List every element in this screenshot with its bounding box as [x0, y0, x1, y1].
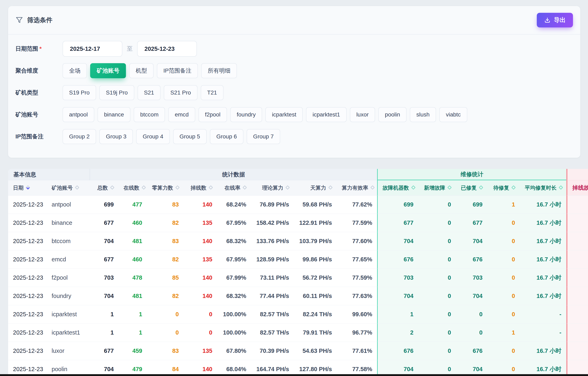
cell-5: 82	[147, 250, 184, 269]
cell-11: 704	[377, 232, 418, 250]
cell-offline	[566, 305, 588, 323]
filter-panel: 筛选条件 导出 日期范围* 至 聚合维度 全场矿池账号机型IP范围备注所有明细	[8, 6, 580, 158]
filter-chip-icparktest1[interactable]: icparktest1	[306, 107, 346, 122]
filter-row-miner_type: 矿机类型 S19 ProS19j ProS21S21 ProT21	[15, 82, 573, 104]
filter-chip-foundry[interactable]: foundry	[230, 107, 262, 122]
cell-9: 127.80 PH/s	[294, 360, 337, 376]
filter-chip-全场[interactable]: 全场	[63, 63, 87, 78]
cell-10: 77.60%	[337, 232, 377, 250]
cell-12: 0	[418, 269, 456, 287]
column-header-15[interactable]: 平均修复时长	[520, 180, 566, 195]
filter-chip-s19-pro[interactable]: S19 Pro	[63, 85, 96, 100]
column-header-label: 在线数	[124, 184, 139, 192]
cell-14: 0	[487, 305, 520, 323]
cell-5: 84	[147, 360, 184, 376]
filter-chip-s21-pro[interactable]: S21 Pro	[164, 85, 197, 100]
cell-15: 16.7 小时	[520, 214, 566, 232]
cell-offline	[566, 195, 588, 214]
column-header-5[interactable]: 零算力数	[147, 180, 184, 195]
table-row: 2025-12-23icparktest1100100.00%82.57 TH/…	[8, 305, 588, 323]
filter-chip-group-5[interactable]: Group 5	[173, 129, 207, 144]
filter-chip-luxor[interactable]: luxor	[350, 107, 375, 122]
cell-14: 0	[487, 342, 520, 360]
start-date-input[interactable]	[63, 41, 122, 57]
filter-chip-f2pool[interactable]: f2pool	[199, 107, 227, 122]
filter-chip-group-3[interactable]: Group 3	[99, 129, 133, 144]
column-header-10[interactable]: 算力有效率	[337, 180, 377, 195]
cell-15: 16.7 小时	[520, 287, 566, 305]
export-button[interactable]: 导出	[537, 13, 573, 27]
cell-9: 99.86 PH/s	[294, 250, 337, 269]
filter-chip-矿池账号[interactable]: 矿池账号	[90, 63, 126, 78]
column-header-4[interactable]: 在线数	[119, 180, 147, 195]
column-header-7[interactable]: 在线率	[217, 180, 251, 195]
filter-panel-title: 筛选条件	[27, 16, 52, 24]
cell-3: 677	[90, 250, 119, 269]
table-group-header-row: 基本信息 统计数据 维修统计	[8, 169, 588, 180]
sort-icon	[328, 185, 333, 189]
cell-11: 703	[377, 269, 418, 287]
column-header-14[interactable]: 待修复	[487, 180, 520, 195]
cell-10: 77.58%	[337, 360, 377, 376]
cell-12: 0	[418, 232, 456, 250]
cell-13: 704	[456, 287, 487, 305]
filter-chip-rows: 聚合维度 全场矿池账号机型IP范围备注所有明细 矿机类型 S19 ProS19j…	[15, 60, 573, 148]
export-button-label: 导出	[554, 16, 566, 24]
filter-chip-emcd[interactable]: emcd	[168, 107, 195, 122]
filter-chip-poolin[interactable]: poolin	[378, 107, 407, 122]
cell-10: 77.63%	[337, 287, 377, 305]
column-header-9[interactable]: 天算力	[294, 180, 337, 195]
cell-11: 677	[377, 214, 418, 232]
filter-chip-icparktest[interactable]: icparktest	[265, 107, 303, 122]
filter-chip-机型[interactable]: 机型	[129, 63, 154, 78]
column-header-11[interactable]: 故障机器数	[377, 180, 418, 195]
filter-chip-antpool[interactable]: antpool	[63, 107, 94, 122]
filter-chip-t21[interactable]: T21	[201, 85, 223, 100]
column-header-2[interactable]: 矿池账号	[47, 180, 90, 195]
cell-14: 0	[487, 232, 520, 250]
cell-1: 2025-12-23	[8, 342, 47, 360]
cell-6: 140	[184, 360, 217, 376]
filter-chip-btccom[interactable]: btccom	[134, 107, 165, 122]
table-body: 2025-12-23antpool6994778314068.24%76.89 …	[8, 195, 588, 376]
filter-chip-group-2[interactable]: Group 2	[63, 129, 96, 144]
cell-8: 70.39 PH/s	[251, 342, 294, 360]
filter-chip-group-6[interactable]: Group 6	[210, 129, 243, 144]
column-header-1[interactable]: 日期	[8, 180, 47, 195]
sort-icon	[75, 185, 79, 189]
cell-13: 0	[456, 305, 487, 323]
filter-chip-所有明细[interactable]: 所有明细	[201, 63, 237, 78]
filter-chip-group-7[interactable]: Group 7	[247, 129, 280, 144]
column-header-label: 掉线故障	[572, 184, 588, 192]
filter-chip-s21[interactable]: S21	[137, 85, 161, 100]
cell-1: 2025-12-23	[8, 305, 47, 323]
cell-10: 77.65%	[337, 250, 377, 269]
column-header-13[interactable]: 已修复	[456, 180, 487, 195]
cell-7: 67.95%	[217, 214, 251, 232]
filter-chip-binance[interactable]: binance	[97, 107, 130, 122]
cell-9: 54.63 PH/s	[294, 342, 337, 360]
cell-6: 140	[184, 287, 217, 305]
column-header-8[interactable]: 理论算力	[251, 180, 294, 195]
cell-3: 704	[90, 360, 119, 376]
cell-7: 67.99%	[217, 269, 251, 287]
cell-11: 704	[377, 287, 418, 305]
filter-chip-slush[interactable]: slush	[410, 107, 436, 122]
filter-chip-viabtc[interactable]: viabtc	[439, 107, 467, 122]
end-date-input[interactable]	[137, 41, 197, 57]
cell-7: 100.00%	[217, 305, 251, 323]
filter-chip-ip范围备注[interactable]: IP范围备注	[157, 63, 198, 78]
filter-chip-s19j-pro[interactable]: S19j Pro	[99, 85, 134, 100]
cell-2: icparktest	[47, 305, 90, 323]
mining-statistics-table: 基本信息 统计数据 维修统计 日期矿池账号总数在线数零算力数掉线数在线率理论算力…	[8, 169, 588, 376]
sort-icon	[110, 185, 114, 189]
sort-icon	[285, 185, 290, 189]
column-header-3[interactable]: 总数	[90, 180, 119, 195]
cell-5: 83	[147, 342, 184, 360]
filter-chip-group-4[interactable]: Group 4	[136, 129, 170, 144]
filter-body: 日期范围* 至 聚合维度 全场矿池账号机型IP范围备注所有明细 矿机类型 S19…	[8, 34, 580, 153]
date-range-row: 日期范围* 至	[15, 38, 573, 60]
cell-11: 2	[377, 323, 418, 342]
column-header-12[interactable]: 新增故障	[418, 180, 456, 195]
column-header-6[interactable]: 掉线数	[184, 180, 217, 195]
